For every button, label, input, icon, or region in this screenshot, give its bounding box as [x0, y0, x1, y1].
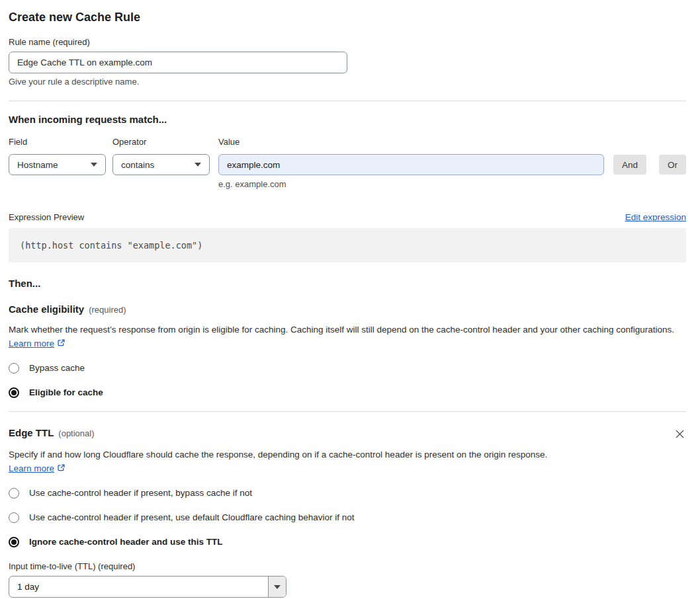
cache-eligibility-qualifier: (required): [89, 305, 126, 315]
field-select[interactable]: Hostname: [9, 154, 106, 175]
radio-option-ignore-header-ttl[interactable]: Ignore cache-control header and use this…: [9, 536, 686, 547]
or-button[interactable]: Or: [659, 155, 686, 175]
radio-option-use-header-default[interactable]: Use cache-control header if present, use…: [9, 512, 686, 523]
value-input[interactable]: example.com: [218, 154, 604, 175]
external-link-icon: [57, 462, 66, 476]
radio-button[interactable]: [9, 488, 19, 499]
operator-select[interactable]: contains: [112, 154, 210, 175]
close-icon: [675, 431, 685, 441]
operator-label: Operator: [112, 137, 218, 147]
cache-eligibility-description: Mark whether the request’s response from…: [9, 323, 686, 351]
match-section-heading: When incoming requests match...: [9, 113, 686, 126]
rule-name-help: Give your rule a descriptive name.: [9, 77, 686, 87]
section-divider: [9, 411, 686, 412]
edge-ttl-header: Edge TTL (optional): [9, 426, 686, 442]
field-label: Field: [9, 137, 112, 147]
edge-ttl-qualifier: (optional): [58, 428, 94, 438]
radio-button[interactable]: [9, 363, 19, 374]
ttl-select[interactable]: 1 day: [9, 576, 286, 598]
ttl-select-arrow-button[interactable]: [268, 577, 286, 597]
rule-name-input[interactable]: Edge Cache TTL on example.com: [9, 52, 347, 73]
operator-select-value: contains: [121, 160, 154, 170]
cache-eligibility-title: Cache eligibility: [9, 303, 84, 315]
edit-expression-link[interactable]: Edit expression: [625, 212, 686, 222]
section-divider: [9, 100, 686, 101]
expression-preview-box: (http.host contains "example.com"): [9, 228, 686, 262]
expression-text: (http.host contains "example.com"): [20, 240, 202, 251]
value-help: e.g. example.com: [9, 179, 686, 190]
expression-row: Expression Preview Edit expression: [9, 212, 686, 223]
edge-ttl-description: Specify if and how long Cloudflare shoul…: [9, 448, 564, 476]
edge-ttl-title: Edge TTL: [9, 426, 54, 439]
radio-option-use-header-bypass[interactable]: Use cache-control header if present, byp…: [9, 487, 686, 499]
ttl-select-value: 1 day: [9, 577, 268, 597]
cache-eligibility-header: Cache eligibility (required): [9, 303, 686, 315]
radio-button-selected[interactable]: [9, 387, 19, 398]
caret-down-icon: [195, 163, 201, 167]
rule-name-value: Edge Cache TTL on example.com: [17, 58, 152, 67]
learn-more-link[interactable]: Learn more: [9, 463, 54, 473]
match-labels-row: Field Operator Value: [9, 137, 686, 147]
value-label: Value: [218, 137, 240, 147]
expression-preview-label: Expression Preview: [9, 212, 84, 223]
then-heading: Then...: [9, 277, 686, 290]
match-controls-row: Hostname contains example.com And Or: [9, 154, 686, 175]
radio-button[interactable]: [9, 512, 19, 523]
field-select-value: Hostname: [17, 160, 58, 170]
page-title: Create new Cache Rule: [9, 10, 686, 24]
and-button[interactable]: And: [613, 155, 646, 175]
caret-down-icon: [274, 585, 281, 589]
caret-down-icon: [91, 163, 97, 167]
create-cache-rule-page: Create new Cache Rule Rule name (require…: [0, 10, 700, 598]
radio-option-eligible-for-cache[interactable]: Eligible for cache: [9, 387, 686, 398]
close-edge-ttl-button[interactable]: [674, 428, 686, 442]
radio-option-bypass-cache[interactable]: Bypass cache: [9, 362, 686, 374]
external-link-icon: [57, 337, 66, 351]
learn-more-link[interactable]: Learn more: [9, 339, 54, 348]
rule-name-label: Rule name (required): [9, 37, 686, 48]
value-input-value: example.com: [227, 160, 280, 170]
radio-button-selected[interactable]: [9, 537, 19, 547]
ttl-input-label: Input time-to-live (TTL) (required): [9, 561, 686, 572]
